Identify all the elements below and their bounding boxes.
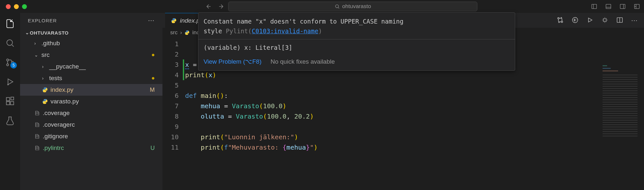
svg-point-7 bbox=[6, 64, 8, 66]
tree-item-src[interactable]: ⌄src• bbox=[20, 49, 162, 61]
chevron-down-icon: ⌄ bbox=[34, 52, 39, 58]
svg-point-0 bbox=[335, 5, 338, 8]
search-text: ohtuvarasto bbox=[342, 3, 371, 10]
view-problem-action[interactable]: View Problem (⌥F8) bbox=[204, 57, 261, 67]
chevron-right-icon: › bbox=[42, 76, 47, 81]
debug-file-icon[interactable] bbox=[601, 16, 608, 24]
python-file-icon bbox=[184, 30, 190, 35]
activity-search[interactable] bbox=[5, 38, 15, 48]
minimap[interactable] bbox=[603, 63, 641, 154]
activity-extensions[interactable] bbox=[5, 96, 15, 106]
run-file-icon[interactable] bbox=[586, 16, 594, 24]
file-icon bbox=[34, 133, 40, 139]
tree-item-tests[interactable]: ›tests• bbox=[20, 72, 162, 84]
svg-point-14 bbox=[558, 17, 559, 19]
tooltip-rule-link[interactable]: C0103:invalid-name bbox=[252, 27, 318, 35]
svg-point-6 bbox=[6, 59, 8, 61]
hover-tooltip: Constant name "x" doesn't conform to UPP… bbox=[198, 12, 515, 71]
tooltip-message: Constant name "x" doesn't conform to UPP… bbox=[204, 16, 510, 36]
explorer-header: EXPLORER ⋯ bbox=[20, 13, 162, 28]
file-icon bbox=[34, 110, 40, 116]
tree-item-label: index.py bbox=[50, 86, 73, 93]
chevron-right-icon: › bbox=[34, 41, 39, 46]
nav-forward-icon[interactable] bbox=[218, 3, 224, 10]
tree-item-label: src bbox=[41, 51, 50, 58]
nav-back-icon[interactable] bbox=[205, 3, 212, 10]
svg-rect-3 bbox=[620, 4, 625, 8]
chevron-right-icon: › bbox=[42, 64, 47, 69]
scm-badge: 5 bbox=[10, 62, 17, 69]
file-tree: ›.github⌄src•›__pycache__›tests•index.py… bbox=[20, 37, 162, 154]
nav-arrows bbox=[205, 3, 224, 10]
minimize-window-button[interactable] bbox=[14, 4, 19, 9]
line-numbers: 1234 5678 91011 bbox=[162, 37, 185, 190]
tree-item--coveragerc[interactable]: .coveragerc bbox=[20, 119, 162, 131]
no-quick-fix-label: No quick fixes available bbox=[271, 57, 335, 67]
activity-bar: 5 bbox=[0, 13, 20, 190]
explorer-more-icon[interactable]: ⋯ bbox=[148, 16, 155, 24]
tree-item-label: .coverage bbox=[43, 110, 70, 117]
command-center-search[interactable]: ohtuvarasto bbox=[228, 2, 477, 11]
activity-run-debug[interactable] bbox=[5, 77, 15, 87]
close-window-button[interactable] bbox=[6, 4, 11, 9]
workspace-root[interactable]: ⌄ OHTUVARASTO bbox=[20, 28, 162, 37]
tree-item-label: __pycache__ bbox=[49, 63, 86, 70]
file-icon bbox=[34, 145, 40, 151]
tree-item--pylintrc[interactable]: .pylintrcU bbox=[20, 142, 162, 154]
svg-rect-2 bbox=[606, 4, 611, 8]
chevron-right-icon: › bbox=[180, 29, 182, 36]
tree-item-label: .github bbox=[41, 40, 60, 47]
tree-item--coverage[interactable]: .coverage bbox=[20, 107, 162, 119]
svg-point-9 bbox=[8, 84, 9, 85]
svg-point-17 bbox=[603, 18, 606, 21]
layout-sidebar-right-icon[interactable] bbox=[619, 3, 626, 10]
tree-item-label: varasto.py bbox=[50, 98, 79, 105]
tree-item--gitignore[interactable]: .gitignore bbox=[20, 131, 162, 142]
editor-area: index.py ⋯ src › index.py 1234 5 bbox=[162, 13, 644, 190]
python-file-icon bbox=[171, 18, 177, 24]
titlebar-actions bbox=[591, 3, 640, 10]
svg-rect-10 bbox=[6, 98, 10, 101]
maximize-window-button[interactable] bbox=[22, 4, 27, 9]
customize-layout-icon[interactable] bbox=[634, 3, 640, 10]
tree-item-label: .gitignore bbox=[43, 133, 68, 140]
svg-rect-1 bbox=[592, 4, 597, 8]
svg-rect-11 bbox=[6, 101, 10, 105]
layout-panel-icon[interactable] bbox=[605, 3, 612, 10]
python-file-icon bbox=[42, 87, 48, 93]
titlebar: ohtuvarasto bbox=[0, 0, 644, 13]
activity-source-control[interactable]: 5 bbox=[5, 58, 15, 67]
svg-rect-12 bbox=[10, 101, 14, 105]
python-file-icon bbox=[42, 99, 48, 104]
tree-item-label: tests bbox=[49, 75, 62, 82]
layout-sidebar-left-icon[interactable] bbox=[591, 3, 597, 10]
window-controls bbox=[6, 4, 27, 9]
file-icon bbox=[34, 122, 40, 128]
git-modified-badge: M bbox=[150, 87, 155, 93]
svg-rect-13 bbox=[11, 97, 14, 100]
search-icon bbox=[335, 4, 340, 9]
git-untracked-badge: U bbox=[150, 145, 155, 152]
tree-item-__pycache__[interactable]: ›__pycache__ bbox=[20, 61, 162, 72]
tooltip-type-info: (variable) x: Literal[3] bbox=[204, 43, 510, 52]
split-editor-icon[interactable] bbox=[616, 16, 623, 24]
compare-changes-icon[interactable] bbox=[557, 16, 564, 24]
tree-item--github[interactable]: ›.github bbox=[20, 37, 162, 49]
more-actions-icon[interactable]: ⋯ bbox=[631, 16, 638, 24]
tree-item-varasto-py[interactable]: varasto.py bbox=[20, 96, 162, 107]
svg-point-5 bbox=[7, 40, 13, 46]
tree-item-label: .coveragerc bbox=[43, 121, 75, 128]
breadcrumb-seg1[interactable]: src bbox=[170, 29, 178, 36]
tree-item-label: .pylintrc bbox=[43, 144, 64, 152]
tree-item-index-py[interactable]: index.pyM bbox=[20, 84, 162, 96]
editor-actions: ⋯ bbox=[557, 16, 644, 24]
workspace-root-label: OHTUVARASTO bbox=[30, 30, 69, 36]
activity-testing[interactable] bbox=[5, 116, 15, 125]
code-area[interactable]: 1234 5678 91011 x = 3 print(x) def main(… bbox=[162, 37, 644, 190]
go-back-icon[interactable] bbox=[572, 16, 579, 24]
activity-explorer[interactable] bbox=[5, 19, 15, 28]
svg-point-15 bbox=[561, 21, 563, 23]
explorer-sidebar: EXPLORER ⋯ ⌄ OHTUVARASTO ›.github⌄src•›_… bbox=[20, 13, 162, 190]
explorer-title: EXPLORER bbox=[28, 18, 57, 23]
